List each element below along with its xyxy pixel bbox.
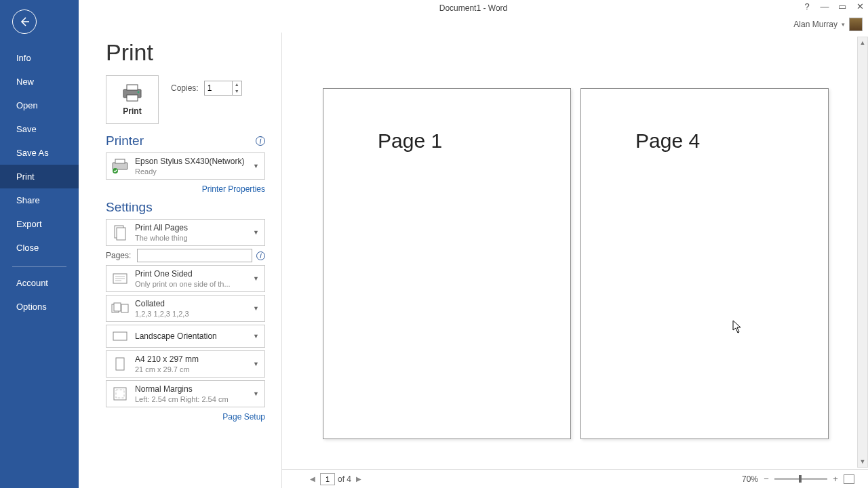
pages-input[interactable] bbox=[137, 249, 252, 262]
margins-title: Normal Margins bbox=[135, 384, 252, 394]
printer-icon bbox=[121, 83, 144, 102]
scroll-down-icon[interactable]: ▼ bbox=[858, 456, 867, 467]
avatar[interactable] bbox=[849, 18, 863, 31]
restore-icon[interactable]: ▭ bbox=[837, 1, 848, 12]
collate-sub: 1,2,3 1,2,3 1,2,3 bbox=[135, 309, 252, 319]
printer-device-icon bbox=[111, 157, 130, 176]
minimize-icon[interactable]: — bbox=[819, 1, 830, 12]
chevron-down-icon: ▼ bbox=[252, 390, 260, 397]
preview-scrollbar[interactable]: ▲ ▼ bbox=[857, 37, 868, 468]
margins-dropdown[interactable]: Normal Margins Left: 2.54 cm Right: 2.54… bbox=[106, 380, 265, 407]
scroll-up-icon[interactable]: ▲ bbox=[858, 37, 867, 48]
sidebar-item-save[interactable]: Save bbox=[0, 117, 79, 141]
sidebar-item-new[interactable]: New bbox=[0, 70, 79, 94]
print-button[interactable]: Print bbox=[106, 75, 159, 124]
margins-icon bbox=[111, 384, 130, 403]
chevron-down-icon: ▼ bbox=[252, 229, 260, 236]
copies-label: Copies: bbox=[171, 83, 199, 93]
page-title: Print bbox=[106, 39, 265, 66]
svg-rect-2 bbox=[127, 95, 138, 101]
copies-spinner[interactable]: ▲▼ bbox=[204, 81, 242, 96]
print-scope-title: Print All Pages bbox=[135, 223, 252, 233]
pages-label: Pages: bbox=[106, 251, 133, 260]
page-total-label: of 4 bbox=[338, 474, 351, 484]
chevron-down-icon: ▼ bbox=[252, 275, 260, 282]
copies-input[interactable] bbox=[205, 81, 232, 95]
settings-heading: Settings bbox=[106, 200, 265, 215]
copies-up[interactable]: ▲ bbox=[233, 81, 241, 88]
printer-info-icon[interactable]: i bbox=[256, 136, 265, 146]
svg-rect-15 bbox=[121, 304, 128, 312]
sides-title: Print One Sided bbox=[135, 269, 252, 279]
collate-title: Collated bbox=[135, 299, 252, 309]
chevron-down-icon: ▼ bbox=[252, 361, 260, 367]
sidebar-item-save-as[interactable]: Save As bbox=[0, 141, 79, 165]
close-icon[interactable]: ✕ bbox=[854, 1, 865, 12]
print-scope-sub: The whole thing bbox=[135, 233, 252, 243]
print-scope-dropdown[interactable]: Print All Pages The whole thing ▼ bbox=[106, 219, 265, 246]
zoom-fit-button[interactable] bbox=[844, 474, 854, 484]
landscape-icon bbox=[111, 327, 130, 346]
svg-point-3 bbox=[138, 92, 140, 94]
print-preview: Page 1 Page 4 ▲ ▼ ◀ of 4 ▶ bbox=[282, 33, 868, 488]
sidebar-item-share[interactable]: Share bbox=[0, 188, 79, 212]
page-setup-link[interactable]: Page Setup bbox=[222, 412, 265, 422]
sidebar-item-info[interactable]: Info bbox=[0, 46, 79, 70]
margins-sub: Left: 2.54 cm Right: 2.54 cm bbox=[135, 394, 252, 404]
sidebar-item-account[interactable]: Account bbox=[0, 271, 79, 295]
preview-page-text: Page 4 bbox=[635, 129, 774, 152]
pages-icon bbox=[111, 223, 130, 242]
title-bar: Document1 - Word ? — ▭ ✕ bbox=[79, 0, 868, 16]
print-settings-column: Print Print Copies: ▲▼ Printer i bbox=[79, 33, 282, 488]
printer-name: Epson Stylus SX430(Network) bbox=[135, 157, 252, 167]
one-sided-icon bbox=[111, 269, 130, 288]
printer-dropdown[interactable]: Epson Stylus SX430(Network) Ready ▼ bbox=[106, 152, 265, 180]
chevron-down-icon: ▼ bbox=[252, 333, 260, 340]
svg-rect-16 bbox=[113, 332, 127, 340]
sidebar-item-options[interactable]: Options bbox=[0, 295, 79, 319]
main-area: Document1 - Word ? — ▭ ✕ Alan Murray ▾ P… bbox=[79, 0, 868, 488]
copies-down[interactable]: ▼ bbox=[233, 88, 241, 95]
chevron-down-icon: ▼ bbox=[252, 305, 260, 312]
zoom-label: 70% bbox=[742, 474, 758, 484]
page-number-input[interactable] bbox=[320, 473, 335, 485]
backstage-sidebar: Info New Open Save Save As Print Share E… bbox=[0, 0, 79, 488]
printer-status: Ready bbox=[135, 167, 252, 176]
sidebar-separator bbox=[12, 266, 66, 267]
user-name[interactable]: Alan Murray bbox=[793, 20, 837, 29]
paper-sub: 21 cm x 29.7 cm bbox=[135, 365, 252, 374]
help-icon[interactable]: ? bbox=[802, 1, 812, 12]
paper-dropdown[interactable]: A4 210 x 297 mm 21 cm x 29.7 cm ▼ bbox=[106, 350, 265, 378]
back-button[interactable] bbox=[12, 9, 37, 34]
preview-page-text: Page 1 bbox=[378, 129, 516, 152]
sidebar-item-print[interactable]: Print bbox=[0, 165, 79, 188]
preview-page-2: Page 4 bbox=[580, 88, 829, 439]
zoom-out-button[interactable]: − bbox=[762, 474, 770, 484]
sidebar-item-close[interactable]: Close bbox=[0, 236, 79, 260]
collate-dropdown[interactable]: Collated 1,2,3 1,2,3 1,2,3 ▼ bbox=[106, 295, 265, 322]
next-page-button[interactable]: ▶ bbox=[354, 475, 363, 483]
svg-rect-14 bbox=[114, 303, 121, 311]
zoom-in-button[interactable]: + bbox=[831, 474, 840, 484]
svg-point-6 bbox=[113, 168, 118, 174]
user-row: Alan Murray ▾ bbox=[79, 16, 868, 33]
pages-info-icon[interactable]: i bbox=[256, 251, 265, 260]
svg-rect-17 bbox=[116, 358, 124, 370]
sidebar-item-open[interactable]: Open bbox=[0, 94, 79, 117]
orientation-title: Landscape Orientation bbox=[135, 331, 252, 342]
prev-page-button[interactable]: ◀ bbox=[308, 475, 317, 483]
zoom-slider[interactable] bbox=[774, 478, 827, 480]
svg-rect-1 bbox=[127, 85, 138, 90]
preview-page-1: Page 1 bbox=[323, 88, 571, 439]
sidebar-item-export[interactable]: Export bbox=[0, 212, 79, 236]
sides-dropdown[interactable]: Print One Sided Only print on one side o… bbox=[106, 265, 265, 292]
user-menu-caret[interactable]: ▾ bbox=[842, 21, 845, 28]
print-button-label: Print bbox=[123, 106, 141, 116]
orientation-dropdown[interactable]: Landscape Orientation ▼ bbox=[106, 325, 265, 348]
printer-properties-link[interactable]: Printer Properties bbox=[202, 184, 265, 194]
window-title: Document1 - Word bbox=[439, 3, 507, 13]
sides-sub: Only print on one side of th... bbox=[135, 279, 252, 289]
preview-footer: ◀ of 4 ▶ 70% − + bbox=[282, 469, 868, 488]
svg-rect-5 bbox=[115, 159, 125, 163]
sidebar-nav: Info New Open Save Save As Print Share E… bbox=[0, 46, 79, 319]
